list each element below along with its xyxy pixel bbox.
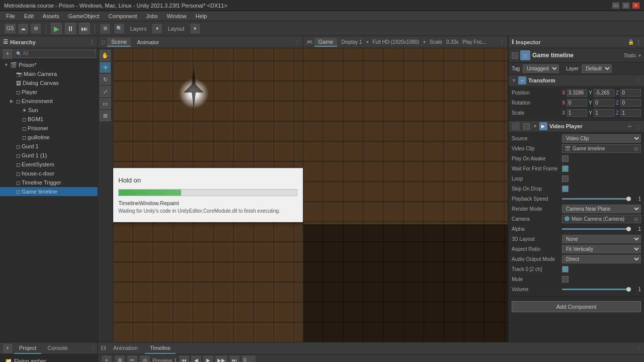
rot-y-input[interactable] <box>594 99 614 107</box>
timeline-forward-btn[interactable]: ▶▶ <box>215 355 228 363</box>
volume-slider-track[interactable] <box>562 289 631 290</box>
game-options[interactable]: ⋮ <box>500 39 505 45</box>
folder-flying-amber[interactable]: 📁 Flying amber <box>2 356 96 362</box>
play-button[interactable]: ▶ <box>51 23 62 34</box>
hierarchy-item-prison[interactable]: ▼ 🎬 Prison* <box>0 60 98 69</box>
aspect-ratio-select[interactable]: Fit Vertically <box>562 245 641 253</box>
timeline-back-btn[interactable]: ◀ <box>191 355 202 363</box>
tab-scene[interactable]: Scene <box>107 38 131 47</box>
transform-menu-icon[interactable]: ⋮ <box>636 78 641 83</box>
timeline-tool-1[interactable]: ⚙ <box>114 355 125 363</box>
rotate-tool[interactable]: ↻ <box>100 74 111 85</box>
scale-y-input[interactable] <box>594 109 614 117</box>
hierarchy-item-eventsystem[interactable]: ◻ EventSystem <box>0 160 98 169</box>
alpha-slider-handle[interactable] <box>626 227 631 231</box>
hierarchy-item-environment[interactable]: ▶ ◻ Environment <box>0 97 98 106</box>
video-player-header[interactable]: ▼ ▶ Video Player ✏ ⋮ <box>509 121 644 132</box>
pos-y-input[interactable] <box>594 89 614 97</box>
timeline-add-btn[interactable]: + <box>101 355 112 363</box>
playback-slider-handle[interactable] <box>626 197 631 201</box>
tab-project[interactable]: Project <box>14 343 41 354</box>
vp-menu-icon[interactable]: ⋮ <box>636 124 641 129</box>
timeline-tool-3[interactable]: ◎ <box>139 355 150 363</box>
menu-gameobject[interactable]: GameObject <box>64 12 104 20</box>
pause-button[interactable]: ⏸ <box>65 23 76 34</box>
game-display[interactable]: Display 1 <box>339 39 364 45</box>
hierarchy-item-prisoner[interactable]: ◻ Prisoner <box>0 124 98 133</box>
scale-tool[interactable]: ⤢ <box>100 86 111 97</box>
volume-slider-handle[interactable] <box>626 287 631 292</box>
track-checkbox[interactable] <box>562 266 569 273</box>
vp-enable-checkbox[interactable] <box>523 123 530 130</box>
hierarchy-item-player[interactable]: ◻ Player <box>0 87 98 97</box>
hierarchy-item-dialog-canvas[interactable]: 🖼 Dialog Canvas <box>0 78 98 87</box>
project-add-btn[interactable]: + <box>2 343 13 354</box>
menu-jobs[interactable]: Jobs <box>142 12 162 20</box>
step-button[interactable]: ⏭ <box>79 23 90 34</box>
tab-animation[interactable]: Animation <box>108 343 143 354</box>
menu-assets[interactable]: Assets <box>39 12 63 20</box>
audio-output-select[interactable]: Direct <box>562 255 641 263</box>
project-options[interactable]: ⋮ <box>91 345 96 351</box>
hierarchy-item-guillotine[interactable]: ◻ guillotine <box>0 133 98 142</box>
move-tool[interactable]: ✛ <box>100 62 111 73</box>
hierarchy-item-sun[interactable]: ☀ Sun <box>0 106 98 115</box>
scale-z-input[interactable] <box>620 109 641 117</box>
playback-slider-track[interactable] <box>562 198 631 200</box>
timeline-tool-2[interactable]: ✏ <box>127 355 138 363</box>
inspector-lock-icon[interactable]: 🔒 <box>628 39 634 45</box>
combined-tool[interactable]: ⊞ <box>100 110 111 121</box>
layers-dropdown[interactable]: ▾ <box>151 23 163 34</box>
layout-3d-select[interactable]: None <box>562 235 641 243</box>
game-resolution[interactable]: Full HD (1920x1080) <box>371 39 421 45</box>
video-clip-pick-icon[interactable]: ◎ <box>634 146 638 151</box>
render-mode-select[interactable]: Camera Near Plane <box>562 205 641 213</box>
object-name[interactable]: Game timeline <box>532 52 622 59</box>
hierarchy-item-house-door[interactable]: ◻ house-c-door <box>0 169 98 178</box>
minimize-button[interactable]: — <box>612 2 620 9</box>
hierarchy-item-game-timeline[interactable]: ◻ Game timeline <box>0 187 98 196</box>
hierarchy-search[interactable]: 🔍 All <box>14 50 96 58</box>
account-btn[interactable]: GS <box>4 23 16 34</box>
menu-help[interactable]: Help <box>192 12 211 20</box>
rot-x-input[interactable] <box>567 99 588 107</box>
inspector-options[interactable]: ⋮ <box>636 39 641 45</box>
object-active-checkbox[interactable] <box>512 52 518 59</box>
breadcrumb-assets[interactable]: Preview <box>152 357 172 363</box>
hierarchy-item-main-camera[interactable]: 📷 Main Camera <box>0 69 98 78</box>
camera-pick-icon[interactable]: ◎ <box>634 216 638 222</box>
tab-animator[interactable]: Animator <box>133 38 163 46</box>
vp-edit-icon[interactable]: ✏ <box>628 124 632 129</box>
hierarchy-options[interactable]: ⋮ <box>90 39 95 45</box>
pos-z-input[interactable] <box>620 89 641 97</box>
tag-select[interactable]: Untagged <box>523 64 559 73</box>
loop-checkbox[interactable] <box>562 175 569 182</box>
alpha-slider-track[interactable] <box>562 228 631 230</box>
menu-file[interactable]: File <box>2 12 19 20</box>
cloud-btn[interactable]: ☁ <box>18 23 29 34</box>
skip-on-drop-checkbox[interactable] <box>562 186 569 192</box>
close-button[interactable]: ✕ <box>632 2 640 9</box>
timeline-options[interactable]: ⋮ <box>636 345 641 351</box>
menu-edit[interactable]: Edit <box>20 12 38 20</box>
mute-checkbox[interactable] <box>562 276 569 283</box>
hierarchy-item-bgm1[interactable]: ◻ BGM1 <box>0 115 98 124</box>
hand-tool[interactable]: ✋ <box>100 50 111 61</box>
rot-z-input[interactable] <box>620 99 641 107</box>
transform-header[interactable]: ▼ ↔ Transform ⋮ <box>509 75 644 86</box>
timeline-prev-btn[interactable]: ⏮ <box>179 355 190 363</box>
play-on-awake-checkbox[interactable] <box>562 155 569 162</box>
hierarchy-item-timeline-trigger[interactable]: ◻ Timeline Trigger <box>0 178 98 187</box>
hierarchy-item-gurd1[interactable]: ◻ Gurd 1 <box>0 142 98 151</box>
wait-first-frame-checkbox[interactable] <box>562 165 569 172</box>
game-play-focus[interactable]: Play Foc... <box>460 39 488 45</box>
scene-options[interactable]: ⋮ <box>295 39 300 45</box>
pos-x-input[interactable] <box>567 89 588 97</box>
layout-dropdown[interactable]: ▾ <box>190 23 201 34</box>
add-component-button[interactable]: Add Component <box>512 301 641 312</box>
search-btn[interactable]: 🔍 <box>114 23 125 34</box>
timeline-next-btn[interactable]: ⏭ <box>229 355 240 363</box>
maximize-button[interactable]: □ <box>622 2 630 9</box>
menu-component[interactable]: Component <box>104 12 141 20</box>
static-dropdown[interactable]: ▾ <box>638 53 641 58</box>
